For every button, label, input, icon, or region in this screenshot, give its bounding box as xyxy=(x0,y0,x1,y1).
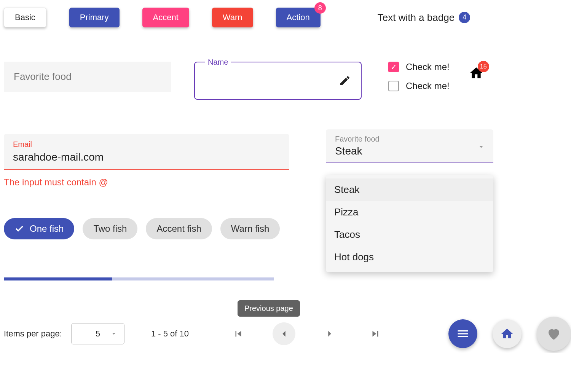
checkbox-2-label: Check me! xyxy=(406,81,450,91)
action-button[interactable]: Action 8 xyxy=(276,8,321,27)
fab-favorite[interactable] xyxy=(537,317,571,351)
checkbox-1-label: Check me! xyxy=(406,62,450,72)
chevron-down-icon xyxy=(110,330,117,337)
warn-button[interactable]: Warn xyxy=(212,8,253,27)
next-page-button[interactable] xyxy=(318,322,341,345)
home-badge-count: 15 xyxy=(478,61,489,72)
tooltip-previous-page: Previous page xyxy=(238,300,300,317)
home-icon-with-badge[interactable]: 15 xyxy=(469,65,484,81)
items-per-page-label: Items per page: xyxy=(4,329,62,339)
menu-item-steak[interactable]: Steak xyxy=(326,178,493,201)
action-badge: 8 xyxy=(314,2,326,14)
page-size-select[interactable]: 5 xyxy=(71,323,124,344)
select-menu: Steak Pizza Tacos Hot dogs xyxy=(326,175,493,272)
page-size-value: 5 xyxy=(96,329,100,339)
previous-page-button[interactable] xyxy=(273,322,295,345)
badge-text-label: Text with a badge xyxy=(378,12,455,23)
chip-two-fish[interactable]: Two fish xyxy=(83,218,137,239)
edit-icon xyxy=(339,75,351,87)
paginator-range: 1 - 5 of 10 xyxy=(151,329,189,339)
checkbox-2[interactable] xyxy=(388,81,399,91)
basic-button[interactable]: Basic xyxy=(4,8,46,27)
fab-home[interactable] xyxy=(493,319,522,348)
chip-label: Warn fish xyxy=(231,223,269,234)
menu-item-pizza[interactable]: Pizza xyxy=(326,201,493,223)
select-label: Favorite food xyxy=(335,135,484,143)
badge-text-count: 4 xyxy=(459,12,470,23)
name-input-wrapper[interactable]: Name xyxy=(194,62,362,100)
chip-label: Two fish xyxy=(93,223,127,234)
menu-item-tacos[interactable]: Tacos xyxy=(326,223,493,246)
menu-item-hot-dogs[interactable]: Hot dogs xyxy=(326,246,493,268)
accent-button[interactable]: Accent xyxy=(142,8,189,27)
chip-warn-fish[interactable]: Warn fish xyxy=(220,218,280,239)
email-label: Email xyxy=(13,140,280,149)
email-error: The input must contain @ xyxy=(4,177,289,188)
chip-accent-fish[interactable]: Accent fish xyxy=(146,218,212,239)
progress-bar xyxy=(4,277,274,280)
action-button-label: Action xyxy=(287,13,310,22)
check-icon: ✓ xyxy=(391,62,397,72)
fab-menu[interactable] xyxy=(448,319,477,348)
select-value: Steak xyxy=(335,145,484,157)
home-icon xyxy=(500,327,514,341)
checkbox-1[interactable]: ✓ xyxy=(388,62,399,72)
email-value: sarahdoe-mail.com xyxy=(13,151,280,163)
chip-label: Accent fish xyxy=(156,223,201,234)
chip-one-fish[interactable]: One fish xyxy=(4,218,74,239)
email-input-wrapper[interactable]: Email sarahdoe-mail.com xyxy=(4,134,289,170)
chevron-down-icon xyxy=(477,143,485,151)
heart-icon xyxy=(546,326,562,342)
favorite-food-input[interactable] xyxy=(13,70,162,83)
last-page-button[interactable] xyxy=(364,322,387,345)
chip-label: One fish xyxy=(30,223,64,234)
menu-icon xyxy=(456,327,470,341)
check-icon xyxy=(14,224,24,234)
name-label: Name xyxy=(205,58,231,67)
favorite-food-input-wrapper[interactable] xyxy=(4,62,171,92)
progress-fill xyxy=(4,277,112,280)
primary-button[interactable]: Primary xyxy=(69,8,120,27)
text-with-badge: Text with a badge 4 xyxy=(378,12,471,24)
favorite-food-select[interactable]: Favorite food Steak xyxy=(326,129,493,163)
first-page-button[interactable] xyxy=(227,322,250,345)
